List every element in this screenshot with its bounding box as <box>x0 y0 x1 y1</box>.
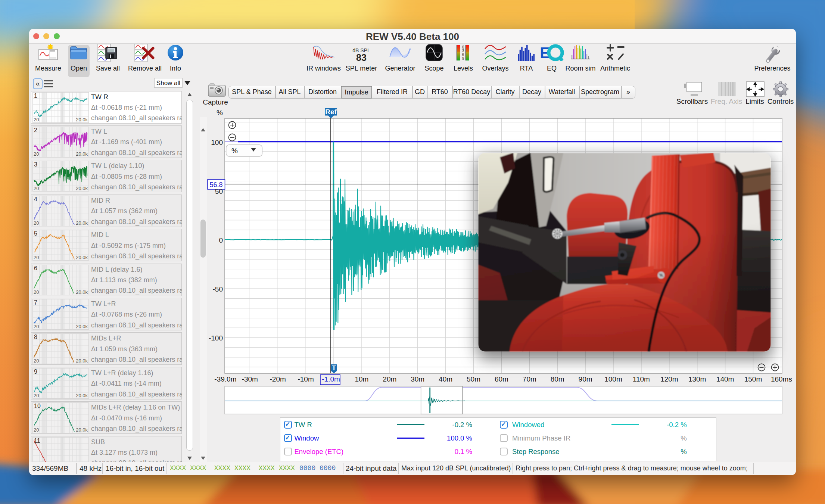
svg-text:120m: 120m <box>660 375 678 383</box>
svg-text:9: 9 <box>462 56 464 60</box>
svg-text:-30m: -30m <box>242 375 258 383</box>
svg-text:160ms: 160ms <box>771 375 792 383</box>
svg-text:60m: 60m <box>495 375 508 383</box>
svg-text:90m: 90m <box>579 375 592 383</box>
svg-text:70m: 70m <box>523 375 536 383</box>
svg-text:100: 100 <box>211 139 223 146</box>
svg-text:20m: 20m <box>383 375 396 383</box>
svg-text:%: % <box>231 147 238 155</box>
svg-text:-50: -50 <box>213 285 223 293</box>
svg-text:-39.0m: -39.0m <box>214 375 236 383</box>
svg-text:140m: 140m <box>716 375 734 383</box>
svg-text:-10m: -10m <box>298 375 314 383</box>
svg-text:Ref: Ref <box>325 108 337 116</box>
svg-text:30m: 30m <box>411 375 424 383</box>
svg-text:50m: 50m <box>467 375 480 383</box>
svg-text:110m: 110m <box>633 375 650 383</box>
svg-text:56.8: 56.8 <box>209 181 222 189</box>
svg-text:0: 0 <box>219 236 223 244</box>
svg-text:-100: -100 <box>209 334 223 342</box>
svg-text:80m: 80m <box>551 375 564 383</box>
svg-text:10m: 10m <box>355 375 368 383</box>
svg-text:50: 50 <box>215 187 223 195</box>
svg-text:-1.0m: -1.0m <box>322 375 340 383</box>
svg-text:-20m: -20m <box>270 375 286 383</box>
svg-text:T: T <box>332 364 336 372</box>
svg-text:150m: 150m <box>744 375 762 383</box>
svg-text:130m: 130m <box>688 375 706 383</box>
svg-text:100m: 100m <box>604 375 622 383</box>
svg-text:40m: 40m <box>439 375 452 383</box>
svg-text:%: % <box>217 109 223 116</box>
